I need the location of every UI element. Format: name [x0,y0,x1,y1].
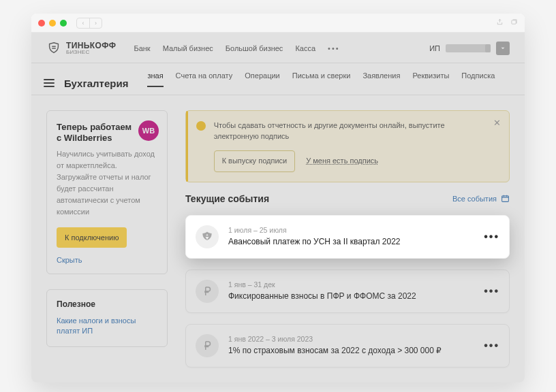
tabs: зная Счета на оплату Операции Письма и с… [147,71,495,95]
svg-rect-0 [512,20,516,24]
user-prefix: ИП [429,44,440,52]
wb-connect-button[interactable]: К подключению [57,227,127,248]
tab[interactable]: зная [147,71,163,86]
browser-nav-arrows: ‹ › [76,18,102,29]
event-date: 1 янв – 31 дек [228,280,474,289]
tab[interactable]: Счета на оплату [176,71,233,86]
tab[interactable]: Подписка [461,71,495,86]
tab[interactable]: Заявления [362,71,400,86]
eagle-icon [196,225,219,248]
event-title: 1% по страховым взносам за 2022 с дохода… [228,345,474,356]
logo-shield-icon [46,41,61,56]
topnav-item[interactable]: Банк [134,44,150,52]
share-icon[interactable] [496,18,504,27]
notice-text: Чтобы сдавать отчетность и другие докуме… [214,120,486,142]
nav-back-icon[interactable]: ‹ [77,18,89,28]
notice-accent-bar [186,111,188,182]
event-more-icon[interactable]: ••• [484,285,499,297]
notice-secondary-link[interactable]: У меня есть подпись [306,156,378,167]
event-title: Авансовый платеж по УСН за II квартал 20… [228,236,474,247]
nav-forward-icon[interactable]: › [89,18,102,28]
tab[interactable]: Письма и сверки [292,71,351,86]
event-title: Фиксированные взносы в ПФР и ФФОМС за 20… [228,291,474,301]
useful-title: Полезное [57,299,157,309]
topbar: ТИНЬКОФФ БИЗНЕС Банк Малый бизнес Большо… [31,33,525,63]
calendar-icon [501,194,510,203]
event-card[interactable]: 1 янв – 31 дек Фиксированные взносы в ПФ… [185,270,510,313]
close-icon[interactable]: ✕ [493,118,501,128]
top-nav: Банк Малый бизнес Большой бизнес Касса •… [134,44,339,52]
app-window: ‹ › ТИНЬКОФФ [31,14,525,382]
event-card[interactable]: 1 янв 2022 – 3 июля 2023 1% по страховым… [185,324,510,368]
useful-link[interactable]: Какие налоги и взносы платят ИП [57,316,157,337]
menu-burger-icon[interactable] [44,78,55,88]
wb-title: Теперь работаем с Wildberries [57,122,138,144]
wildberries-card: Теперь работаем с Wildberries WB Научили… [46,110,168,274]
subbar: Бухгалтерия зная Счета на оплату Операци… [31,63,525,95]
topnav-more-icon[interactable]: ••• [328,44,340,52]
close-window-icon[interactable] [38,20,45,27]
events-header: Текущие события Все события [185,193,510,204]
topnav-item[interactable]: Большой бизнес [226,44,283,52]
user-menu-chevron-icon[interactable] [496,42,510,55]
topnav-item[interactable]: Касса [295,44,315,52]
ruble-icon [196,334,219,357]
traffic-lights [38,20,67,27]
event-card[interactable]: 1 июля – 25 июля Авансовый платеж по УСН… [185,215,510,259]
topnav-item[interactable]: Малый бизнес [163,44,213,52]
info-dot-icon [196,121,206,131]
user-name-redacted [446,44,491,52]
notice-action-button[interactable]: К выпуску подписи [214,150,296,172]
page-title: Бухгалтерия [64,78,128,89]
useful-card: Полезное Какие налоги и взносы платят ИП [46,289,168,347]
logo-line2: БИЗНЕС [66,50,116,55]
tab[interactable]: Операции [245,71,279,86]
signature-notice: Чтобы сдавать отчетность и другие докуме… [185,110,510,182]
mac-titlebar: ‹ › [31,14,525,33]
event-more-icon[interactable]: ••• [484,231,499,243]
user-block[interactable]: ИП [429,42,510,55]
event-date: 1 янв 2022 – 3 июля 2023 [228,335,474,343]
minimize-window-icon[interactable] [49,20,56,27]
all-events-link[interactable]: Все события [452,194,510,203]
maximize-window-icon[interactable] [60,20,67,27]
logo[interactable]: ТИНЬКОФФ БИЗНЕС [46,41,116,56]
tabs-icon[interactable] [510,18,518,27]
svg-rect-1 [502,196,509,202]
event-date: 1 июля – 25 июля [228,226,474,234]
tab[interactable]: Реквизиты [412,71,449,86]
wb-description: Научились учитывать доход от маркетплейс… [57,148,157,218]
wb-hide-link[interactable]: Скрыть [57,256,157,264]
events-heading: Текущие события [185,193,269,204]
event-more-icon[interactable]: ••• [484,340,499,352]
ruble-icon [196,280,219,303]
wb-badge-icon: WB [138,120,159,141]
